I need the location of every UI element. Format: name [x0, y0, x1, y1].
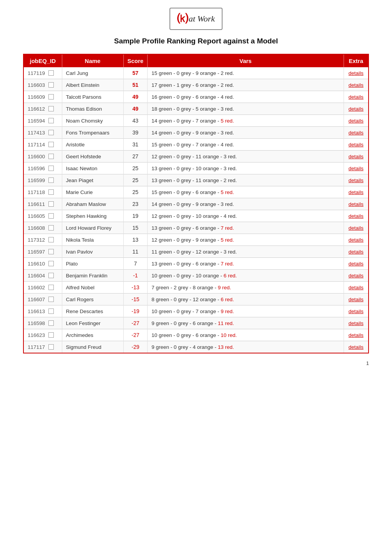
details-link[interactable]: details	[349, 261, 364, 267]
vars-text: 14 green - 0 grey - 9 orange - 3 red.	[151, 201, 234, 207]
logo-text: at Work	[189, 14, 215, 24]
cell-id: 117312	[23, 234, 62, 246]
details-link[interactable]: details	[349, 106, 364, 112]
details-link[interactable]: details	[349, 225, 364, 231]
table-row: 116607Carl Rogers-158 green - 0 grey - 1…	[23, 294, 369, 305]
cell-id: 116600	[23, 151, 62, 163]
table-row: 117413Fons Trompenaars3914 green - 0 gre…	[23, 127, 369, 139]
details-link[interactable]: details	[349, 237, 364, 243]
cell-vars: 10 green - 0 grey - 10 orange - 6 red.	[148, 270, 344, 282]
details-link[interactable]: details	[349, 94, 364, 100]
row-checkbox[interactable]	[48, 189, 54, 195]
row-checkbox[interactable]	[48, 297, 54, 302]
cell-score: 13	[123, 234, 148, 246]
table-row: 116603Albert Einstein5117 green - 1 grey…	[23, 79, 369, 91]
score-value: 39	[133, 129, 139, 136]
logo-q-icon: ⒦	[177, 12, 188, 26]
id-text: 116599	[28, 177, 45, 183]
details-link[interactable]: details	[349, 201, 364, 207]
cell-vars: 11 green - 0 grey - 12 orange - 3 red.	[148, 246, 344, 258]
row-checkbox[interactable]	[48, 320, 54, 326]
details-link[interactable]: details	[349, 344, 364, 350]
row-checkbox[interactable]	[48, 309, 54, 314]
row-checkbox[interactable]	[48, 154, 54, 159]
row-checkbox[interactable]	[48, 106, 54, 111]
cell-id: 116609	[23, 91, 62, 103]
row-checkbox[interactable]	[48, 237, 54, 242]
row-checkbox[interactable]	[48, 142, 54, 147]
details-link[interactable]: details	[349, 166, 364, 171]
details-link[interactable]: details	[349, 320, 364, 326]
cell-score: 39	[123, 127, 148, 139]
score-value: 15	[133, 225, 139, 231]
details-link[interactable]: details	[349, 285, 364, 290]
row-checkbox[interactable]	[48, 332, 54, 338]
cell-name: Ivan Pavlov	[62, 246, 123, 258]
row-checkbox[interactable]	[48, 82, 54, 88]
vars-text: 8 green - 0 grey - 12 orange -	[151, 297, 221, 302]
cell-id: 116602	[23, 282, 62, 294]
row-checkbox[interactable]	[48, 177, 54, 183]
row-checkbox[interactable]	[48, 225, 54, 231]
details-link[interactable]: details	[349, 332, 364, 338]
details-link[interactable]: details	[349, 189, 364, 195]
cell-score: -13	[123, 282, 148, 294]
cell-score: 19	[123, 210, 148, 222]
cell-vars: 15 green - 0 grey - 6 orange - 5 red.	[148, 186, 344, 198]
cell-name: Marie Curie	[62, 186, 123, 198]
details-link[interactable]: details	[349, 309, 364, 314]
cell-vars: 12 green - 0 grey - 11 orange - 3 red.	[148, 151, 344, 163]
logo-container: ⒦ at Work	[23, 8, 369, 30]
row-checkbox[interactable]	[48, 201, 54, 207]
details-link[interactable]: details	[349, 154, 364, 159]
score-value: 57	[133, 70, 139, 76]
row-checkbox[interactable]	[48, 249, 54, 254]
cell-vars: 8 green - 0 grey - 12 orange - 6 red.	[148, 294, 344, 305]
table-row: 117117Sigmund Freud-299 green - 0 grey -…	[23, 341, 369, 353]
details-link[interactable]: details	[349, 82, 364, 88]
cell-score: 7	[123, 258, 148, 270]
id-text: 117119	[28, 70, 45, 76]
details-link[interactable]: details	[349, 297, 364, 302]
cell-id: 116623	[23, 329, 62, 341]
id-text: 116598	[28, 320, 45, 326]
details-link[interactable]: details	[349, 70, 364, 76]
cell-id: 116613	[23, 305, 62, 317]
cell-extra: details	[344, 103, 369, 115]
row-checkbox[interactable]	[48, 261, 54, 266]
cell-name: Abraham Maslow	[62, 198, 123, 210]
row-checkbox[interactable]	[48, 70, 54, 76]
cell-extra: details	[344, 210, 369, 222]
row-checkbox[interactable]	[48, 213, 54, 219]
details-link[interactable]: details	[349, 142, 364, 148]
cell-id: 116594	[23, 115, 62, 127]
row-checkbox[interactable]	[48, 344, 54, 350]
details-link[interactable]: details	[349, 249, 364, 255]
cell-vars: 15 green - 0 grey - 9 orange - 2 red.	[148, 67, 344, 79]
details-link[interactable]: details	[349, 130, 364, 136]
cell-score: -1	[123, 270, 148, 282]
cell-score: -19	[123, 305, 148, 317]
table-row: 116596Isaac Newton2513 green - 0 grey - …	[23, 163, 369, 174]
cell-score: 11	[123, 246, 148, 258]
cell-name: Jean Piaget	[62, 174, 123, 186]
cell-id: 116612	[23, 103, 62, 115]
details-link[interactable]: details	[349, 118, 364, 124]
row-checkbox[interactable]	[48, 285, 54, 290]
details-link[interactable]: details	[349, 213, 364, 219]
cell-vars: 16 green - 0 grey - 6 orange - 4 red.	[148, 91, 344, 103]
id-text: 117312	[28, 237, 45, 243]
details-link[interactable]: details	[349, 273, 364, 279]
cell-id: 116610	[23, 258, 62, 270]
table-row: 116612Thomas Edison4918 green - 0 grey -…	[23, 103, 369, 115]
row-checkbox[interactable]	[48, 273, 54, 278]
table-row: 116611Abraham Maslow2314 green - 0 grey …	[23, 198, 369, 210]
details-link[interactable]: details	[349, 177, 364, 183]
ranking-table: jobEQ_ID Name Score Vars Extra 117119Car…	[23, 54, 369, 353]
cell-name: Stephen Hawking	[62, 210, 123, 222]
row-checkbox[interactable]	[48, 166, 54, 171]
vars-red-text: 5 red.	[221, 189, 234, 195]
row-checkbox[interactable]	[48, 94, 54, 100]
row-checkbox[interactable]	[48, 118, 54, 123]
row-checkbox[interactable]	[48, 130, 54, 135]
